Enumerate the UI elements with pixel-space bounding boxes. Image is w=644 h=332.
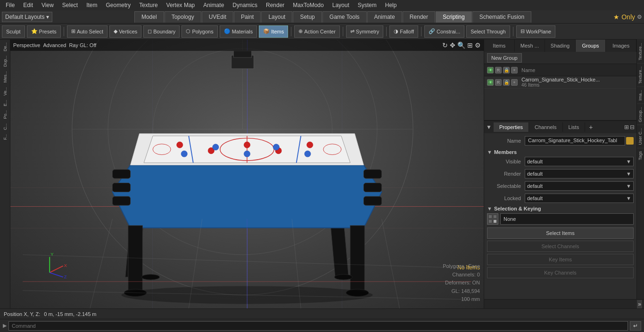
props-action-2[interactable]: ⊟ (630, 124, 635, 130)
menu-item-help[interactable]: Help (381, 1, 401, 9)
right-side-tab-4[interactable]: User C... (637, 125, 644, 148)
layout-tab-schematic-fusion[interactable]: Schematic Fusion (472, 11, 531, 23)
menu-item-dynamics[interactable]: Dynamics (229, 1, 261, 9)
action-center-button[interactable]: ⊕ Action Center (294, 25, 340, 38)
layout-tab-model[interactable]: Model (134, 11, 164, 23)
eye-header-icon[interactable]: 👁 (487, 67, 494, 73)
tab-shading[interactable]: Shading (545, 40, 576, 52)
props-action-1[interactable]: ⊞ (624, 124, 629, 130)
materials-button[interactable]: 🔵 Materials (220, 25, 257, 38)
tab-channels[interactable]: Channels (529, 122, 562, 132)
menu-item-geometry[interactable]: Geometry (102, 1, 135, 9)
new-group-button[interactable]: New Group (487, 53, 522, 63)
right-side-tab-3[interactable]: Group... (637, 104, 644, 125)
right-side-tab-2[interactable]: Ima... (637, 87, 644, 104)
layout-dropdown[interactable]: Default Layouts ▾ (2, 12, 52, 22)
menu-item-edit[interactable]: Edit (19, 1, 37, 9)
perspective-label[interactable]: Perspective (13, 42, 40, 48)
layout-tab-layout[interactable]: Layout (261, 11, 292, 23)
presets-button[interactable]: ⭐ Presets (27, 25, 61, 38)
tab-items[interactable]: Items (484, 40, 515, 52)
settings-vp-icon[interactable]: ⚙ (475, 41, 481, 49)
selection-keying-section[interactable]: ▼ Selection & Keying (487, 206, 634, 211)
falloff-button[interactable]: ◑ Falloff (389, 25, 418, 38)
tab-lists[interactable]: Lists (563, 122, 586, 132)
pan-icon[interactable]: ✥ (450, 41, 455, 49)
render-select[interactable]: default ▼ (525, 169, 634, 178)
layout-tab-render[interactable]: Render (403, 11, 435, 23)
sculpt-button[interactable]: Sculpt (2, 25, 25, 38)
auto-select-button[interactable]: ⊞ Auto Select (67, 25, 107, 38)
select-through-button[interactable]: Select Through (466, 25, 510, 38)
layout-tab-topology[interactable]: Topology (165, 11, 201, 23)
zoom-in-icon[interactable]: 🔍 (457, 41, 465, 49)
item-lock-icon[interactable]: 🔒 (503, 79, 510, 86)
command-input[interactable] (8, 321, 628, 331)
layout-tab-paint[interactable]: Paint (234, 11, 261, 23)
members-section[interactable]: ▼ Members (487, 149, 634, 155)
extra-header-icon[interactable]: + (511, 67, 518, 73)
menu-item-maxtomodo[interactable]: MaxToModo (289, 1, 327, 9)
layout-tab-setup[interactable]: Setup (293, 11, 322, 23)
left-panel-item[interactable]: Mes... (2, 69, 8, 85)
polygons-button[interactable]: ⬡ Polygons (182, 25, 217, 38)
layout-tab-game-tools[interactable]: Game Tools (322, 11, 367, 23)
item-render-icon[interactable]: R (495, 79, 502, 86)
group-item-name-area[interactable]: Carrom_Signature_Stick_Hocke... 46 Items (521, 77, 634, 88)
workplane-button[interactable]: ⊟ WorkPlane (516, 25, 556, 38)
menu-item-file[interactable]: File (2, 1, 18, 9)
right-side-tab-5[interactable]: Tags (637, 148, 644, 163)
rotate-icon[interactable]: ↻ (442, 41, 448, 49)
tab-images[interactable]: Images (606, 40, 636, 52)
constraints-button[interactable]: 🔗 Constrai... (424, 25, 464, 38)
ray-gl-label[interactable]: Ray GL: Off (69, 42, 96, 48)
vertices-button[interactable]: ◆ Vertices (109, 25, 141, 38)
props-collapse-icon[interactable]: ▼ (484, 123, 494, 131)
boundary-button[interactable]: ◻ Boundary (143, 25, 180, 38)
left-panel-item[interactable]: C... (2, 121, 8, 132)
menu-item-animate[interactable]: Animate (199, 1, 228, 9)
right-side-tab-1[interactable]: Texture... (637, 63, 644, 87)
menu-item-render[interactable]: Render (262, 1, 288, 9)
maximize-icon[interactable]: ⊞ (467, 41, 473, 49)
command-run-icon[interactable]: ▶ (3, 323, 7, 329)
right-side-tab-0[interactable]: Texture... (637, 40, 644, 63)
item-eye-icon[interactable]: 👁 (487, 79, 494, 86)
command-enter-button[interactable]: ↵ (630, 321, 641, 331)
left-panel-item[interactable]: Ve... (2, 85, 8, 97)
layout-tab-scripting[interactable]: Scripting (436, 11, 472, 23)
tab-properties[interactable]: Properties (494, 122, 529, 132)
selectable-select[interactable]: default ▼ (525, 181, 634, 191)
menu-item-vertex map[interactable]: Vertex Map (163, 1, 199, 9)
advanced-label[interactable]: Advanced (43, 42, 66, 48)
select-items-button[interactable]: Select Items (487, 227, 634, 239)
item-expand-icon[interactable]: + (511, 79, 518, 86)
left-panel-item[interactable]: De... (2, 40, 8, 53)
menu-item-select[interactable]: Select (58, 1, 82, 9)
symmetry-button[interactable]: ⇌ Symmetry (346, 25, 384, 38)
menu-item-layout[interactable]: Layout (329, 1, 353, 9)
menu-item-texture[interactable]: Texture (135, 1, 161, 9)
left-panel-item[interactable]: F... (2, 132, 8, 142)
layout-tab-uvedit[interactable]: UVEdit (202, 11, 233, 23)
viewport[interactable]: Perspective Advanced Ray GL: Off ↻ ✥ 🔍 ⊞… (10, 40, 484, 308)
name-value[interactable]: Carrom_Signature_Stick_Hockey_Tabl (525, 136, 625, 146)
visible-select[interactable]: default ▼ (525, 157, 634, 166)
left-panel-item[interactable]: E... (2, 98, 8, 108)
star-button[interactable]: ★ Only (613, 13, 635, 21)
left-panel-item[interactable]: Po... (2, 108, 8, 121)
tab-mesh[interactable]: Mesh ... (515, 40, 545, 52)
items-button[interactable]: 📦 Items (259, 25, 288, 38)
menu-item-system[interactable]: System (354, 1, 380, 9)
left-panel-item[interactable]: Dup... (2, 54, 8, 69)
lock-header-icon[interactable]: 🔒 (503, 67, 510, 73)
locked-select[interactable]: default ▼ (525, 194, 634, 203)
layout-tab-animate[interactable]: Animate (367, 11, 402, 23)
menu-item-view[interactable]: View (38, 1, 58, 9)
menu-item-item[interactable]: Item (83, 1, 101, 9)
settings-button[interactable]: ⚙ (637, 14, 642, 20)
expand-button[interactable]: » (637, 300, 642, 308)
none-label[interactable]: None (500, 213, 634, 225)
add-props-tab[interactable]: + (585, 121, 596, 133)
tab-groups[interactable]: Groups (576, 40, 606, 52)
